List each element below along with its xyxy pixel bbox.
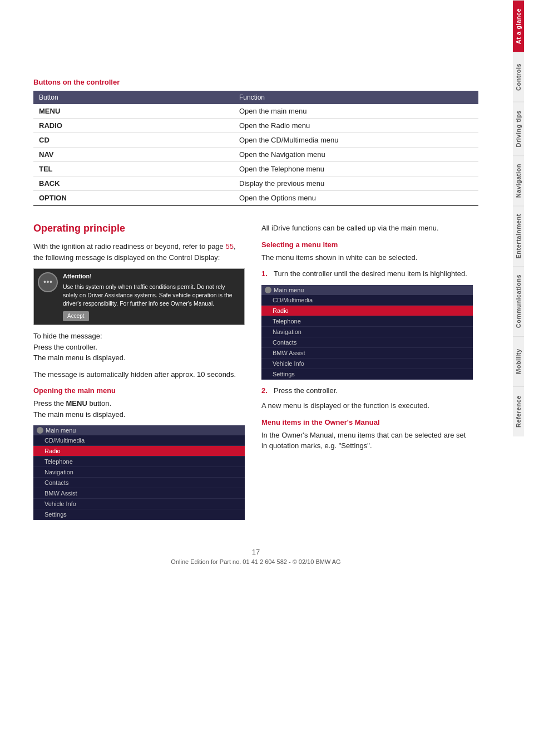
menu-items-right: CD/MultimediaRadioTelephoneNavigationCon… [261,295,473,380]
owners-manual-heading: Menu items in the Owner's Manual [261,418,473,426]
sidebar-tab-controls[interactable]: Controls [513,52,524,102]
steps-list: 1. Turn the controller until the desired… [261,268,473,279]
intro-text1: With the ignition at radio readiness or … [33,242,225,251]
left-column: Operating principle With the ignition at… [33,223,245,526]
attention-title: Attention! [63,272,241,281]
sidebar-tab-reference[interactable]: Reference [513,386,524,436]
page-number: 17 [33,548,478,556]
button-cell: NAV [33,148,234,162]
sidebar-tab-mobility[interactable]: Mobility [513,336,524,386]
menu-title-bar-right: Main menu [261,285,473,295]
menu-item[interactable]: BMW Assist [33,488,245,499]
menu-item[interactable]: Navigation [261,327,473,337]
menu-item[interactable]: Radio [33,446,245,456]
selecting-text: The menu items shown in white can be sel… [261,252,473,263]
menu-item[interactable]: Telephone [261,316,473,327]
table-row: MENUOpen the main menu [33,104,478,119]
function-cell: Open the Options menu [234,191,478,206]
step-2-text: Press the controller. [274,385,338,396]
menu-item[interactable]: Settings [261,369,473,380]
menu-item[interactable]: Radio [261,306,473,316]
menu-button-label: MENU [66,399,87,408]
table-row: OPTIONOpen the Options menu [33,191,478,206]
button-cell: RADIO [33,119,234,133]
table-row: CDOpen the CD/Multimedia menu [33,133,478,148]
controller-icon: ●●● [38,272,58,292]
function-cell: Open the Telephone menu [234,162,478,176]
buttons-section-title: Buttons on the controller [33,78,478,86]
button-cell: TEL [33,162,234,176]
function-cell: Open the main menu [234,104,478,119]
result-text: A new menu is displayed or the function … [261,400,473,411]
button-cell: CD [33,133,234,148]
sidebar-tab-entertainment[interactable]: Entertainment [513,205,524,266]
table-row: RADIOOpen the Radio menu [33,119,478,133]
menu-item[interactable]: Vehicle Info [33,499,245,509]
menu-title-right-text: Main menu [274,287,304,293]
menu-item[interactable]: Telephone [33,456,245,467]
attention-right: Attention! Use this system only when tra… [63,272,241,321]
menu-item[interactable]: CD/Multimedia [261,295,473,306]
menu-item[interactable]: Contacts [33,478,245,488]
button-cell: MENU [33,104,234,119]
footer-text: Online Edition for Part no. 01 41 2 604 … [33,558,478,565]
attention-left: ●●● [37,272,58,292]
menu-title-bar-left: Main menu [33,425,245,435]
attention-box: ●●● Attention! Use this system only when… [34,269,244,325]
operating-principle-heading: Operating principle [33,223,245,234]
operating-principle-section: Operating principle With the ignition at… [33,223,478,526]
table-row: TELOpen the Telephone menu [33,162,478,176]
menu-item[interactable]: BMW Assist [261,348,473,359]
accept-button[interactable]: Accept [63,311,89,322]
function-cell: Open the Navigation menu [234,148,478,162]
press-menu-text: Press the MENU button. The main menu is … [33,398,245,420]
main-menu-screenshot-right: Main menu CD/MultimediaRadioTelephoneNav… [261,285,473,380]
main-menu-screenshot-left: Main menu CD/MultimediaRadioTelephoneNav… [33,425,245,520]
buttons-section: Buttons on the controller Button Functio… [33,78,478,206]
menu-item[interactable]: Contacts [261,337,473,348]
page-container: Buttons on the controller Button Functio… [0,0,534,756]
intro-paragraph: With the ignition at radio readiness or … [33,241,245,263]
button-cell: OPTION [33,191,234,206]
function-cell: Open the CD/Multimedia menu [234,133,478,148]
step-1-num: 1. [261,268,270,279]
step-1: 1. Turn the controller until the desired… [261,268,473,279]
sidebar-tab-driving-tips[interactable]: Driving tips [513,102,524,155]
menu-item[interactable]: Vehicle Info [261,359,473,369]
menu-icon-right [265,287,271,293]
menu-items-left: CD/MultimediaRadioTelephoneNavigationCon… [33,435,245,520]
press-text2: button. [87,399,111,408]
auto-hide-text: The message is automatically hidden afte… [33,369,245,380]
sidebar-tab-at-a-glance[interactable]: At a glance [513,0,524,52]
function-cell: Open the Radio menu [234,119,478,133]
menu-item[interactable]: Navigation [33,467,245,478]
main-menu-displayed-text: The main menu is displayed. [33,410,125,419]
step-2-num: 2. [261,385,270,396]
main-content: Buttons on the controller Button Functio… [0,0,501,756]
page-ref-link[interactable]: 55 [225,242,233,251]
menu-item[interactable]: CD/Multimedia [33,435,245,446]
button-cell: BACK [33,176,234,191]
sidebar-tab-communications[interactable]: Communications [513,266,524,336]
hide-message-text: To hide the message: Press the controlle… [33,331,245,364]
opening-main-menu-subheading: Opening the main menu [33,386,245,395]
step-1-text: Turn the controller until the desired me… [274,268,467,279]
page-footer: 17 Online Edition for Part no. 01 41 2 6… [33,537,478,571]
function-cell: Display the previous menu [234,176,478,191]
attention-screenshot: ●●● Attention! Use this system only when… [33,268,245,325]
menu-title-left-text: Main menu [46,427,76,434]
table-row: NAVOpen the Navigation menu [33,148,478,162]
sidebar: At a glanceControlsDriving tipsNavigatio… [513,0,534,756]
menu-item[interactable]: Settings [33,509,245,520]
col-button-header: Button [33,91,234,104]
buttons-table: Button Function MENUOpen the main menuRA… [33,91,478,206]
step-2: 2. Press the controller. [261,385,473,396]
idrive-text: All iDrive functions can be called up vi… [261,223,473,234]
right-column: All iDrive functions can be called up vi… [261,223,473,526]
selecting-heading: Selecting a menu item [261,240,473,249]
sidebar-tab-navigation[interactable]: Navigation [513,155,524,205]
press-text1: Press the [33,399,66,408]
menu-icon-left [37,427,43,434]
owners-manual-text: In the Owner's Manual, menu items that c… [261,430,473,451]
col-function-header: Function [234,91,478,104]
